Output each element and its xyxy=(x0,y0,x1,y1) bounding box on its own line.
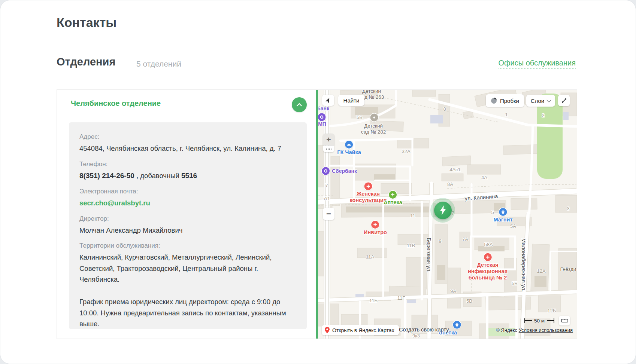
branches-count: 5 отделений xyxy=(136,59,181,68)
building-number: 11Б xyxy=(369,298,378,303)
ring-icon xyxy=(322,167,330,175)
ruler-mini-button[interactable] xyxy=(323,146,334,152)
director-label: Директор: xyxy=(79,215,296,223)
phone-number: 8(351) 214-26-50 xyxy=(79,172,134,180)
poi-monetka xyxy=(453,321,461,329)
building-number: 58А xyxy=(484,242,493,247)
building-number: 7 xyxy=(325,183,328,188)
street-kalinina: ул. Калинина xyxy=(464,193,498,202)
address-label: Адрес: xyxy=(79,133,296,141)
building-number: 9 xyxy=(439,238,441,244)
building-number: 11Г xyxy=(397,295,405,301)
traffic-button[interactable]: Пробки xyxy=(486,94,524,107)
layers-button[interactable]: Слои xyxy=(526,95,555,107)
label-detsky-sad-282: Детский сад № 282 xyxy=(361,123,386,135)
map[interactable]: Детский сад № 263812банкМП5БДетский сад … xyxy=(318,90,577,339)
terms-link[interactable]: Условия использования xyxy=(519,327,573,333)
fullscreen-button[interactable] xyxy=(558,95,570,106)
label-bank: банк xyxy=(318,105,329,112)
branches-row: Челябинское отделение Адрес: 454084, Чел… xyxy=(57,89,577,339)
collapse-button[interactable] xyxy=(292,97,307,112)
cross-icon xyxy=(371,221,379,229)
poi-sberbank: Сбербанк xyxy=(322,167,357,175)
cross-icon xyxy=(364,182,372,190)
ruler-icon xyxy=(561,318,568,323)
phone-value: 8(351) 214-26-50 , добавочный 5516 xyxy=(79,170,296,181)
building-number: 7А xyxy=(462,236,468,242)
director-value: Молчан Александр Михайлович xyxy=(79,225,296,236)
building-number: 9к3 xyxy=(412,333,420,339)
open-in-yandex-maps-button[interactable]: Открыть в Яндекс.Картах xyxy=(322,325,399,335)
cross-icon xyxy=(389,191,397,199)
map-label: МП xyxy=(318,121,326,127)
poi-detskaya-bolnica-2: Детская инфекционная больница № 2 xyxy=(468,253,508,281)
cross-icon xyxy=(484,253,492,261)
chevron-up-icon xyxy=(296,102,303,107)
building-number: 1 xyxy=(505,112,508,117)
geolocation-icon xyxy=(325,97,331,103)
building-number: 32А xyxy=(402,149,410,154)
map-search-button[interactable]: Найти xyxy=(338,95,364,106)
map-copyright: © Яндекс Условия использования xyxy=(496,327,573,333)
create-map-link[interactable]: Создать свою карту xyxy=(399,327,449,333)
branch-card: Челябинское отделение Адрес: 454084, Чел… xyxy=(57,90,316,339)
building-number: 4А xyxy=(481,175,487,180)
poi-zhenskaya-konsultaciya: Женская консультация xyxy=(350,182,387,204)
geolocation-button[interactable] xyxy=(322,95,334,106)
poi-magnit: Магнит xyxy=(493,208,512,223)
offices-link[interactable]: Офисы обслуживания xyxy=(499,59,576,69)
page-title: Контакты xyxy=(57,15,116,30)
building-number: 8А xyxy=(447,181,453,187)
scale-label: 50 м xyxy=(532,318,547,324)
ring-icon xyxy=(318,113,326,121)
ruler-button[interactable] xyxy=(559,316,570,325)
building-number: 12А xyxy=(537,268,545,274)
label-gnezdi: Гнёзди xyxy=(560,266,576,272)
building-number: 5Б xyxy=(512,281,518,286)
chevron-down-icon xyxy=(546,98,551,103)
poi-gk-chaika: ГК Чайка xyxy=(337,141,361,156)
building-number: 5 xyxy=(491,209,494,215)
building-number: 8 xyxy=(443,106,446,112)
map-scale: 50 м xyxy=(524,317,554,324)
phone-extension-text: , добавочный xyxy=(134,172,181,180)
building-number: 2 xyxy=(542,113,544,118)
phone-extension: 5516 xyxy=(181,172,197,180)
poi-kindergarten xyxy=(370,114,378,122)
building-number: 5А xyxy=(510,223,516,229)
building-number: 11 xyxy=(410,213,415,218)
building-number: 12Б xyxy=(548,308,556,313)
phone-label: Телефон: xyxy=(79,160,296,168)
branch-title: Челябинское отделение xyxy=(71,99,161,108)
branch-info-box: Адрес: 454084, Челябинская область, г. Ч… xyxy=(69,122,307,329)
page: Контакты Отделения 5 отделений Офисы обс… xyxy=(0,0,636,364)
building-number: 4Ас1 xyxy=(449,167,461,172)
street-malonaberezhnaya: Малонабережная ул. xyxy=(520,238,526,291)
poi-apteka: Аптека xyxy=(384,191,402,206)
building-number: 11А xyxy=(366,254,374,260)
traffic-icon xyxy=(491,98,497,104)
basket-icon xyxy=(499,208,507,216)
building-number: 3 xyxy=(567,206,569,211)
zoom-out-button[interactable]: − xyxy=(323,208,334,220)
email-label: Электронная почта: xyxy=(79,188,296,195)
zoom-in-button[interactable]: + xyxy=(323,134,334,145)
schedule-text: График приема юридических лиц директором… xyxy=(79,296,296,329)
basket-icon xyxy=(453,321,461,329)
building-number: 5Б xyxy=(357,114,363,120)
car-icon xyxy=(345,141,353,149)
map-pin-icon xyxy=(325,327,330,333)
building-number: 5В xyxy=(466,298,472,304)
lightning-icon xyxy=(434,202,452,219)
fullscreen-icon xyxy=(561,98,567,104)
branch-map-marker[interactable] xyxy=(430,198,455,223)
territories-label: Территории обслуживания: xyxy=(79,242,296,250)
branches-heading: Отделения xyxy=(57,56,115,68)
building-number: 7/1 xyxy=(323,196,330,201)
street-beregovaya: Береговая ул. xyxy=(425,238,431,273)
email-link[interactable]: secr.cho@uralsbyt.ru xyxy=(79,199,150,207)
building-number: 9А xyxy=(450,288,456,294)
poi-invitro: Инвитро xyxy=(364,221,387,236)
poi-mp xyxy=(318,113,326,121)
building-number: 11В xyxy=(407,243,415,248)
